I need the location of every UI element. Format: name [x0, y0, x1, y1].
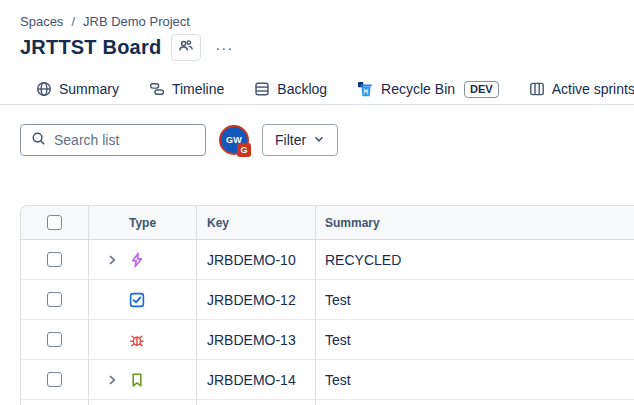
ellipsis-icon: ··· — [215, 39, 233, 56]
issue-key[interactable]: JRBDEMO-14 — [197, 360, 316, 399]
select-all-checkbox[interactable] — [47, 215, 62, 230]
page-title: JRTTST Board — [20, 36, 161, 59]
tab-summary[interactable]: Summary — [36, 81, 119, 97]
issue-key[interactable]: JRBDEMO-13 — [197, 320, 316, 359]
tab-backlog[interactable]: Backlog — [254, 81, 327, 97]
trash-icon — [357, 81, 374, 98]
table-header-row: Type Key Summary — [21, 206, 634, 240]
chevron-down-icon — [313, 132, 325, 148]
title-row: JRTTST Board ··· — [20, 34, 237, 61]
breadcrumb-spaces[interactable]: Spaces — [20, 14, 63, 29]
column-header-key[interactable]: Key — [197, 206, 316, 239]
column-header-type[interactable]: Type — [89, 206, 197, 239]
breadcrumb: Spaces / JRB Demo Project — [20, 14, 190, 29]
tab-recycle-bin[interactable]: Recycle Bin DEV — [357, 81, 499, 98]
issue-key[interactable]: JRBDEMO-10 — [197, 240, 316, 279]
row-checkbox[interactable] — [47, 372, 62, 387]
dev-badge: DEV — [464, 81, 499, 98]
issue-key[interactable]: JRBDEMO-12 — [197, 280, 316, 319]
issue-summary[interactable]: Test — [316, 320, 634, 359]
table-row[interactable]: JRBDEMO-14 Test — [21, 360, 634, 400]
table-row-clipped — [21, 400, 634, 405]
avatar[interactable]: GW G — [219, 125, 249, 155]
expand-chevron-icon[interactable] — [105, 253, 125, 267]
backlog-icon — [254, 81, 270, 97]
search-box[interactable] — [20, 124, 206, 156]
tab-label: Recycle Bin — [381, 81, 455, 97]
row-checkbox[interactable] — [47, 292, 62, 307]
tab-label: Backlog — [277, 81, 327, 97]
expand-chevron-icon[interactable] — [105, 373, 125, 387]
table-row[interactable]: JRBDEMO-13 Test — [21, 320, 634, 360]
people-icon — [178, 38, 194, 57]
filter-label: Filter — [275, 132, 306, 148]
board-columns-icon — [529, 81, 545, 97]
search-icon — [31, 131, 46, 150]
search-input[interactable] — [54, 132, 197, 148]
issue-summary[interactable]: Test — [316, 360, 634, 399]
tab-active-sprints[interactable]: Active sprints — [529, 81, 634, 97]
row-checkbox[interactable] — [47, 332, 62, 347]
avatar-badge: G — [237, 143, 251, 157]
list-toolbar: GW G Filter — [20, 124, 338, 156]
more-options-button[interactable]: ··· — [211, 35, 237, 61]
filter-button[interactable]: Filter — [262, 124, 338, 156]
column-header-summary[interactable]: Summary — [316, 206, 634, 239]
tab-label: Active sprints — [552, 81, 634, 97]
issue-table: Type Key Summary JRBDEMO-10 RECYC — [20, 205, 634, 405]
breadcrumb-project[interactable]: JRB Demo Project — [83, 14, 190, 29]
share-people-button[interactable] — [171, 34, 201, 61]
timeline-icon — [149, 81, 165, 97]
app-window: Spaces / JRB Demo Project JRTTST Board ·… — [0, 0, 634, 405]
story-icon — [129, 372, 145, 388]
table-row[interactable]: JRBDEMO-12 Test — [21, 280, 634, 320]
task-icon — [129, 292, 145, 308]
issue-summary[interactable]: Test — [316, 280, 634, 319]
table-row[interactable]: JRBDEMO-10 RECYCLED — [21, 240, 634, 280]
tab-label: Timeline — [172, 81, 224, 97]
row-checkbox[interactable] — [47, 252, 62, 267]
tab-bar: Summary Timeline Backlog — [0, 74, 634, 105]
globe-icon — [36, 81, 52, 97]
tab-timeline[interactable]: Timeline — [149, 81, 224, 97]
issue-summary[interactable]: RECYCLED — [316, 240, 634, 279]
tab-label: Summary — [59, 81, 119, 97]
bug-icon — [129, 332, 145, 348]
breadcrumb-separator: / — [71, 14, 75, 29]
epic-icon — [129, 252, 145, 268]
